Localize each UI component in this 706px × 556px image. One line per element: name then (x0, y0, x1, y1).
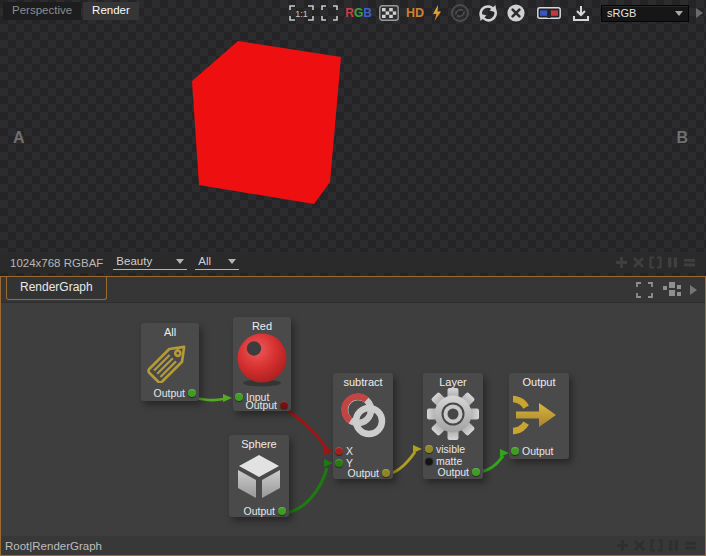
port-input[interactable]: Output (511, 446, 554, 456)
port-dot[interactable] (511, 447, 519, 455)
wire-arrow-icon (223, 394, 232, 402)
port-dot[interactable] (188, 389, 196, 397)
node-title: subtract (333, 373, 393, 388)
render-pass-dropdown[interactable]: Beauty (113, 255, 187, 270)
port-output[interactable]: Output (437, 467, 480, 477)
pane-maximize-icon[interactable] (649, 256, 662, 269)
viewport-status-bar: 1024x768 RGBAF Beauty All (0, 252, 706, 273)
port-dot[interactable] (278, 507, 286, 515)
node-output[interactable]: Output Output (509, 373, 569, 459)
port-output[interactable]: Output (347, 468, 390, 478)
port-output[interactable]: Output (243, 506, 286, 516)
port-dot[interactable] (280, 401, 288, 409)
node-layer[interactable]: Layer visible matte (423, 373, 483, 479)
pane-add-icon[interactable] (615, 256, 628, 269)
node-title: Output (509, 373, 569, 388)
pane-close-icon[interactable] (632, 256, 645, 269)
port-matte[interactable]: matte (425, 456, 462, 466)
channels-dropdown[interactable]: All (195, 255, 239, 270)
wire-sphere-to-subtract-y[interactable] (285, 468, 327, 513)
port-dot[interactable] (425, 457, 433, 465)
rendergraph-panel[interactable]: RenderGraph All (0, 276, 706, 556)
pane-controls (615, 256, 696, 269)
node-red[interactable]: Red Input Output (233, 317, 291, 411)
wire-arrow-icon (500, 449, 509, 457)
chevron-down-icon (176, 259, 184, 264)
gear-icon (425, 387, 481, 443)
port-dot[interactable] (382, 469, 390, 477)
chevron-down-icon (228, 259, 236, 264)
boolean-subtract-icon (337, 389, 389, 441)
pane-split-horizontal-icon[interactable] (683, 256, 696, 269)
node-sphere[interactable]: Sphere Output (229, 435, 289, 517)
output-arrow-icon (513, 390, 565, 442)
wire-arrow-icon (324, 459, 333, 467)
node-subtract[interactable]: subtract X Y Output (333, 373, 393, 479)
pane-split-vertical-icon[interactable] (666, 256, 679, 269)
node-title: Red (233, 317, 291, 332)
render-viewport[interactable]: Perspective Render 1:1 RGB HD (0, 0, 706, 276)
resolution-label: 1024x768 RGBAF (10, 257, 103, 269)
port-output[interactable]: Output (245, 400, 288, 410)
port-output[interactable]: Output (153, 388, 196, 398)
node-title: Layer (423, 373, 483, 388)
node-title: All (141, 323, 199, 338)
port-dot[interactable] (472, 468, 480, 476)
port-dot[interactable] (425, 445, 433, 453)
node-all[interactable]: All Output (141, 323, 199, 401)
port-dot[interactable] (335, 459, 343, 467)
port-x[interactable]: X (335, 446, 353, 456)
red-shader-ball-icon (235, 331, 289, 387)
port-visible[interactable]: visible (425, 444, 465, 454)
rendered-red-cube (0, 0, 706, 276)
cube-geometry-icon (233, 451, 285, 501)
wire-arrow-icon (324, 446, 333, 455)
port-dot[interactable] (235, 393, 243, 401)
node-title: Sphere (229, 435, 289, 450)
wire-arrow-icon (413, 445, 422, 453)
port-dot[interactable] (335, 447, 343, 455)
wire-red-to-subtract-x[interactable] (285, 409, 326, 448)
tag-icon (147, 337, 193, 383)
